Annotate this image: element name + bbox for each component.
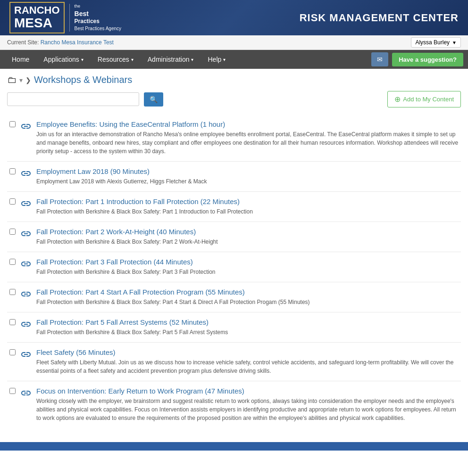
logo-best-text: Best: [75, 9, 122, 18]
link-icon: [20, 170, 32, 181]
item-checkbox-col: [9, 228, 16, 236]
nav-item-administration[interactable]: Administration ▾: [141, 50, 201, 69]
item-description: Fall Protection with Berkshire & Black B…: [36, 238, 459, 246]
list-item: Fall Protection: Part 1 Introduction to …: [7, 192, 461, 222]
list-item: Fall Protection: Part 3 Fall Protection …: [7, 252, 461, 282]
list-item: Fall Protection: Part 4 Start A Fall Pro…: [7, 282, 461, 312]
search-button[interactable]: 🔍: [144, 92, 163, 107]
nav-help-caret: ▾: [223, 57, 226, 62]
logo-rancho-text: RANCHO: [14, 5, 60, 16]
item-title[interactable]: Fall Protection: Part 1 Introduction to …: [36, 197, 459, 205]
item-checkbox[interactable]: [9, 168, 16, 174]
item-title[interactable]: Fall Protection: Part 3 Fall Protection …: [36, 258, 459, 266]
item-checkbox[interactable]: [9, 349, 16, 355]
list-item: Fleet Safety (56 Minutes) Fleet Safety w…: [7, 343, 461, 381]
item-icon-col: [20, 348, 32, 363]
folder-icon[interactable]: 🗀: [7, 74, 17, 85]
nav-administration-caret: ▾: [191, 57, 193, 62]
breadcrumb-caret: ▾: [19, 76, 23, 84]
email-button[interactable]: ✉: [371, 52, 388, 66]
list-item: Fall Protection: Part 2 Work-At-Height (…: [7, 222, 461, 252]
item-checkbox-col: [9, 348, 16, 357]
nav-resources-caret: ▾: [131, 57, 134, 62]
link-icon: [20, 351, 32, 362]
item-content: Fall Protection: Part 5 Fall Arrest Syst…: [36, 318, 459, 336]
item-checkbox[interactable]: [9, 121, 16, 127]
item-checkbox-col: [9, 120, 16, 129]
item-title[interactable]: Fleet Safety (56 Minutes): [36, 348, 459, 356]
item-checkbox-col: [9, 318, 16, 327]
content-area: 🔍 ⊕ Add to My Content Employee Benefits:…: [0, 91, 468, 437]
nav-applications-label: Applications: [43, 56, 79, 63]
breadcrumb-title: Workshops & Webinars: [34, 74, 132, 85]
item-title[interactable]: Fall Protection: Part 4 Start A Fall Pro…: [36, 288, 459, 296]
add-to-my-content-button[interactable]: ⊕ Add to My Content: [387, 91, 461, 107]
item-description: Fleet Safety with Liberty Mutual. Join u…: [36, 358, 459, 375]
item-icon-col: [20, 120, 32, 135]
nav-bar: Home Applications ▾ Resources ▾ Administ…: [0, 50, 468, 69]
current-site-link[interactable]: Rancho Mesa Insurance Test: [41, 39, 114, 46]
item-description: Fall Protection with Berkshire & Black B…: [36, 207, 459, 216]
suggest-button[interactable]: Have a suggestion?: [392, 53, 463, 66]
item-icon-col: [20, 288, 32, 303]
item-checkbox[interactable]: [9, 229, 16, 235]
item-title[interactable]: Employment Law 2018 (90 Minutes): [36, 167, 459, 175]
breadcrumb: 🗀 ▾ ❯ Workshops & Webinars: [0, 69, 468, 91]
search-bar: 🔍 ⊕ Add to My Content: [7, 91, 461, 107]
item-icon-col: [20, 318, 32, 333]
item-description: Fall Protection with Berkshire & Black B…: [36, 328, 459, 336]
item-icon-col: [20, 228, 32, 242]
item-checkbox[interactable]: [9, 388, 16, 394]
top-bar: Current Site: Rancho Mesa Insurance Test…: [0, 35, 468, 50]
nav-right: ✉ Have a suggestion?: [371, 52, 463, 66]
item-title[interactable]: Focus on Intervention: Early Return to W…: [36, 387, 459, 395]
item-checkbox-col: [9, 258, 16, 266]
logo-mesa-text: MESA: [14, 16, 60, 31]
item-content: Fleet Safety (56 Minutes) Fleet Safety w…: [36, 348, 459, 375]
nav-home-label: Home: [12, 56, 29, 63]
site-header: RANCHO MESA the Best Practices Best Prac…: [0, 0, 468, 35]
nav-help-label: Help: [208, 56, 221, 63]
item-icon-col: [20, 197, 32, 212]
add-content-label: Add to My Content: [403, 96, 454, 103]
item-title[interactable]: Employee Benefits: Using the EaseCentral…: [36, 120, 459, 128]
item-checkbox-col: [9, 288, 16, 296]
item-description: Fall Protection with Berkshire & Black B…: [36, 298, 459, 306]
item-content: Fall Protection: Part 3 Fall Protection …: [36, 258, 459, 276]
item-checkbox[interactable]: [9, 198, 16, 205]
item-checkbox-col: [9, 197, 16, 206]
user-menu-button[interactable]: Alyssa Burley ▼: [411, 37, 461, 48]
list-item: Focus on Intervention: Early Return to W…: [7, 381, 461, 428]
item-checkbox[interactable]: [9, 319, 16, 325]
item-title[interactable]: Fall Protection: Part 2 Work-At-Height (…: [36, 228, 459, 236]
current-site-label: Current Site:: [7, 39, 39, 46]
logo-the-text: the: [75, 4, 122, 9]
email-icon: ✉: [377, 56, 383, 63]
link-icon: [20, 320, 32, 332]
item-icon-col: [20, 387, 32, 402]
list-item: Employment Law 2018 (90 Minutes) Employm…: [7, 162, 461, 192]
nav-administration-label: Administration: [148, 56, 190, 63]
nav-item-home[interactable]: Home: [5, 50, 36, 69]
user-menu-caret: ▼: [452, 40, 457, 45]
nav-item-help[interactable]: Help ▾: [201, 50, 233, 69]
list-item: Fall Protection: Part 5 Fall Arrest Syst…: [7, 312, 461, 343]
nav-item-resources[interactable]: Resources ▾: [91, 50, 141, 69]
search-input[interactable]: [7, 92, 139, 106]
item-content: Employee Benefits: Using the EaseCentral…: [36, 120, 459, 156]
item-checkbox[interactable]: [9, 259, 16, 265]
item-title[interactable]: Fall Protection: Part 5 Fall Arrest Syst…: [36, 318, 459, 326]
list-item: Employee Benefits: Using the EaseCentral…: [7, 115, 461, 162]
nav-item-applications[interactable]: Applications ▾: [36, 50, 91, 69]
item-icon-col: [20, 167, 32, 182]
link-icon: [20, 389, 32, 401]
breadcrumb-arrow: ❯: [25, 76, 31, 84]
site-title: RISK MANAGEMENT CENTER: [300, 12, 459, 24]
link-icon: [20, 260, 32, 272]
workshops-list: Employee Benefits: Using the EaseCentral…: [7, 115, 461, 428]
item-description: Employment Law 2018 with Alexis Gutierre…: [36, 177, 459, 186]
link-icon: [20, 230, 32, 242]
link-icon: [20, 200, 32, 212]
item-checkbox[interactable]: [9, 289, 16, 295]
plus-icon: ⊕: [394, 95, 401, 104]
